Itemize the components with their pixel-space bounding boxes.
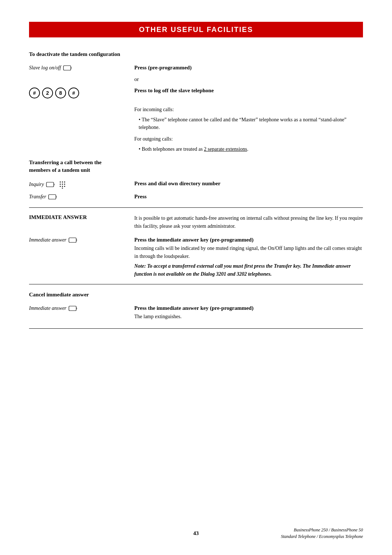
inquiry-text: Inquiry bbox=[29, 182, 44, 187]
section2-left: Transferring a call between the members … bbox=[29, 159, 131, 177]
incoming-right: For incoming calls: The “Slave” telephon… bbox=[131, 106, 363, 131]
slave-logon-row: Slave log on/off Press (pre-programmed) bbox=[29, 65, 363, 73]
svg-rect-1 bbox=[46, 182, 54, 187]
immediate-key-left: Immediate answer bbox=[29, 237, 131, 245]
page-number: 43 bbox=[193, 530, 199, 536]
page: OTHER USEFUL FACILITIES To deactivate th… bbox=[0, 0, 392, 555]
or-text: or bbox=[134, 76, 363, 82]
slave-logon-label: Slave log on/off bbox=[29, 65, 123, 71]
svg-point-2 bbox=[60, 182, 61, 183]
divider-3 bbox=[29, 328, 363, 329]
incoming-calls-row: For incoming calls: The “Slave” telephon… bbox=[29, 106, 363, 131]
immediate-key-label: Immediate answer bbox=[29, 237, 123, 243]
svg-point-9 bbox=[62, 186, 63, 187]
cancel-press-desc: The lamp extinguishes. bbox=[134, 313, 363, 321]
section1-heading-row: To deactivate the tandem configuration bbox=[29, 50, 363, 61]
section2-heading-row: Transferring a call between the members … bbox=[29, 159, 363, 177]
cancel-immediate-heading: Cancel immediate answer bbox=[29, 291, 123, 299]
footer-line1: BusinessPhone 250 / BusinessPhone 50 bbox=[281, 527, 363, 533]
svg-rect-12 bbox=[49, 195, 56, 199]
incoming-label: For incoming calls: bbox=[134, 106, 363, 114]
svg-point-8 bbox=[60, 186, 61, 187]
transfer-text: Transfer bbox=[29, 194, 46, 200]
incoming-bullet-1: The “Slave” telephone cannot be called a… bbox=[139, 116, 363, 131]
phone-icon-slave bbox=[63, 65, 73, 71]
svg-rect-0 bbox=[64, 66, 71, 70]
outgoing-label: For outgoing calls: bbox=[134, 135, 363, 143]
immediate-press-desc: Incoming calls will be indicated by one … bbox=[134, 244, 363, 260]
phone-icon-transfer bbox=[48, 194, 58, 200]
hash-btn-2: # bbox=[68, 88, 79, 98]
cancel-key-text: Immediate answer bbox=[29, 305, 66, 311]
phone-icon-immediate bbox=[69, 237, 79, 243]
section1-heading: To deactivate the tandem configuration bbox=[29, 50, 123, 58]
circle-buttons-group: # 2 8 # bbox=[29, 88, 123, 98]
slave-logon-left: Slave log on/off bbox=[29, 65, 131, 73]
inquiry-row: Inquiry bbox=[29, 181, 363, 190]
cancel-key-row: Immediate answer Press the immediate ans… bbox=[29, 305, 363, 323]
divider-2 bbox=[29, 284, 363, 284]
svg-point-5 bbox=[60, 184, 61, 185]
outgoing-bullet-1: Both telephones are treated as 2 separat… bbox=[139, 145, 363, 153]
svg-point-10 bbox=[64, 186, 65, 187]
svg-point-7 bbox=[64, 184, 65, 185]
svg-point-11 bbox=[62, 188, 63, 189]
divider-1 bbox=[29, 207, 363, 208]
svg-point-4 bbox=[64, 182, 65, 183]
immediate-note: Note: To accept a transferred external c… bbox=[134, 262, 363, 278]
cancel-key-right: Press the immediate answer key (pre-prog… bbox=[131, 305, 363, 323]
eight-btn: 8 bbox=[55, 88, 66, 98]
transfer-left: Transfer bbox=[29, 194, 131, 202]
svg-point-3 bbox=[62, 182, 63, 183]
footer-right: BusinessPhone 250 / BusinessPhone 50 Sta… bbox=[281, 527, 363, 540]
immediate-press-heading: Press the immediate answer key (pre-prog… bbox=[134, 237, 363, 243]
immediate-key-right: Press the immediate answer key (pre-prog… bbox=[131, 237, 363, 278]
slave-logon-right: Press (pre-programmed) bbox=[131, 65, 363, 72]
slave-press-heading: Press (pre-programmed) bbox=[134, 65, 363, 71]
page-title: OTHER USEFUL FACILITIES bbox=[36, 25, 356, 34]
section3-right-desc: It is possible to get automatic hands-fr… bbox=[131, 214, 363, 232]
hash-buttons-right: Press to log off the slave telephone bbox=[131, 88, 363, 95]
outgoing-calls-row: For outgoing calls: Both telephones are … bbox=[29, 135, 363, 153]
immediate-key-row: Immediate answer Press the immediate ans… bbox=[29, 237, 363, 278]
transfer-press-heading: Press bbox=[134, 194, 363, 200]
cancel-key-label: Immediate answer bbox=[29, 305, 123, 312]
two-btn: 2 bbox=[42, 88, 53, 98]
transfer-row: Transfer Press bbox=[29, 194, 363, 202]
svg-rect-14 bbox=[69, 306, 76, 310]
section3-heading-row: IMMEDIATE ANSWER It is possible to get a… bbox=[29, 214, 363, 232]
phone-icon-cancel bbox=[69, 305, 79, 312]
hash-buttons-left: # 2 8 # bbox=[29, 88, 131, 101]
immediate-key-text: Immediate answer bbox=[29, 237, 66, 243]
keypad-icon bbox=[58, 181, 66, 189]
outgoing-right: For outgoing calls: Both telephones are … bbox=[131, 135, 363, 153]
underlined-text: 2 separate extensions bbox=[204, 146, 247, 152]
incoming-bullets: The “Slave” telephone cannot be called a… bbox=[134, 116, 363, 131]
log-off-slave-heading: Press to log off the slave telephone bbox=[134, 88, 363, 94]
slave-logon-text: Slave log on/off bbox=[29, 65, 61, 71]
phone-icon-inquiry bbox=[46, 181, 56, 188]
transfer-label: Transfer bbox=[29, 194, 123, 200]
inquiry-left: Inquiry bbox=[29, 181, 131, 190]
cancel-press-heading: Press the immediate answer key (pre-prog… bbox=[134, 305, 363, 311]
inquiry-label: Inquiry bbox=[29, 181, 123, 189]
section4-left: Cancel immediate answer bbox=[29, 291, 131, 301]
or-row: or bbox=[29, 76, 363, 84]
outgoing-bullets: Both telephones are treated as 2 separat… bbox=[134, 145, 363, 153]
transfer-right: Press bbox=[131, 194, 363, 201]
immediate-answer-desc: It is possible to get automatic hands-fr… bbox=[134, 214, 363, 230]
immediate-answer-heading: IMMEDIATE ANSWER bbox=[29, 214, 123, 220]
hash-buttons-row: # 2 8 # Press to log off the slave telep… bbox=[29, 88, 363, 101]
header-bar: OTHER USEFUL FACILITIES bbox=[29, 22, 363, 37]
section3-left: IMMEDIATE ANSWER bbox=[29, 214, 131, 220]
svg-point-6 bbox=[62, 184, 63, 185]
cancel-key-left: Immediate answer bbox=[29, 305, 131, 313]
inquiry-right: Press and dial own directory number bbox=[131, 181, 363, 188]
section4-heading-row: Cancel immediate answer bbox=[29, 291, 363, 301]
section1-left-heading: To deactivate the tandem configuration bbox=[29, 50, 131, 61]
svg-rect-13 bbox=[69, 238, 76, 242]
hash-btn-1: # bbox=[29, 88, 40, 98]
or-right: or bbox=[131, 76, 363, 84]
footer-line2: Standard Telephone / Economysplus Teleph… bbox=[281, 533, 363, 540]
section2-heading: Transferring a call between the members … bbox=[29, 159, 123, 174]
